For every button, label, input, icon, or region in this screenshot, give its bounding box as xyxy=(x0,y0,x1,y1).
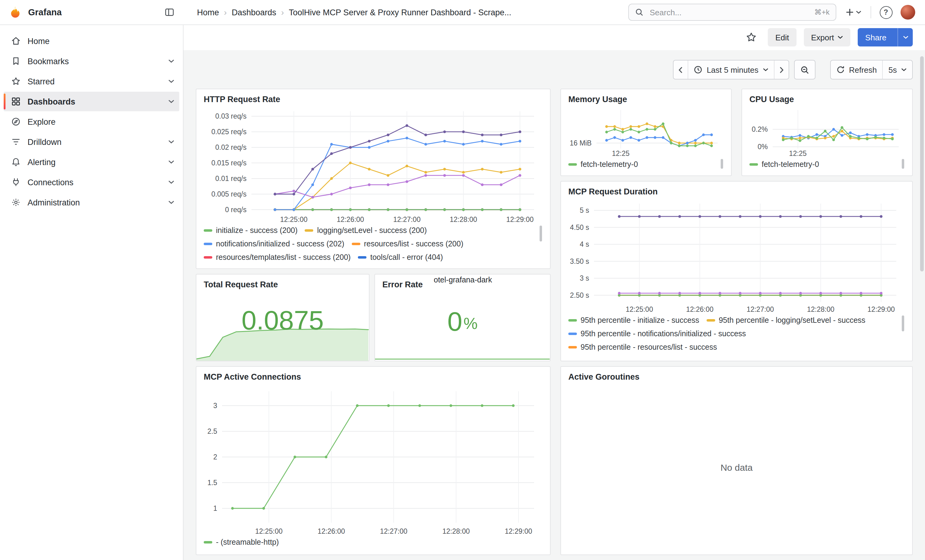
sidebar-item-administration[interactable]: Administration xyxy=(4,192,179,212)
chevron-down-icon[interactable] xyxy=(168,59,174,63)
sidebar-item-explore[interactable]: Explore xyxy=(4,112,179,131)
legend-item[interactable]: fetch-telemetry-0 xyxy=(749,158,819,171)
legend-item[interactable]: 95th percentile - initialize - success xyxy=(568,314,699,326)
legend-item[interactable]: 95th percentile - logging/setLevel - suc… xyxy=(707,314,865,326)
panel-error-rate: otel-grafana-dark Error Rate 0 % xyxy=(374,274,551,361)
page-scrollbar[interactable] xyxy=(920,56,924,272)
legend-item[interactable]: initialize - success (200) xyxy=(204,224,298,237)
sidebar-item-home[interactable]: Home xyxy=(4,31,179,51)
panel-title[interactable]: HTTP Request Rate xyxy=(204,93,542,107)
panel-title[interactable]: MCP Request Duration xyxy=(568,185,905,199)
panel-title[interactable]: MCP Active Connections xyxy=(204,371,542,384)
panel-title[interactable]: CPU Usage xyxy=(749,93,905,107)
plug-icon xyxy=(11,177,21,187)
star-icon xyxy=(11,77,21,86)
legend-series-label: logging/setLevel - success (200) xyxy=(317,226,427,235)
svg-text:12:27:00: 12:27:00 xyxy=(393,216,420,224)
legend-item[interactable]: tools/call - error (404) xyxy=(358,251,443,263)
breadcrumb-dashboards[interactable]: Dashboards xyxy=(232,8,276,17)
chevron-down-icon[interactable] xyxy=(168,180,174,184)
legend-series-color xyxy=(568,346,577,348)
refresh-button[interactable]: Refresh xyxy=(830,60,882,79)
nav-sidebar: Home Bookmarks Starred Dashboards Explor… xyxy=(0,24,184,560)
legend-scrollbar[interactable] xyxy=(539,225,542,242)
legend-item[interactable]: logging/setLevel - success (200) xyxy=(305,224,427,237)
sidebar-item-label: Home xyxy=(27,36,50,45)
legend-item[interactable]: resources/templates/list - success (200) xyxy=(204,251,351,263)
sidebar-item-starred[interactable]: Starred xyxy=(4,72,179,91)
breadcrumb-home[interactable]: Home xyxy=(197,8,219,17)
sidebar-item-label: Connections xyxy=(27,177,74,187)
svg-text:3: 3 xyxy=(213,402,217,410)
dashboards-icon xyxy=(11,97,21,107)
legend-item[interactable]: notifications/initialized - success (202… xyxy=(204,238,344,250)
edit-button[interactable]: Edit xyxy=(768,28,797,47)
panel-title[interactable]: Total Request Rate xyxy=(204,278,362,291)
sidebar-item-drilldown[interactable]: Drilldown xyxy=(4,132,179,152)
panel-mcp-active-connections: MCP Active Connections 11.522.5312:25:00… xyxy=(196,366,551,555)
legend-series-color xyxy=(568,163,577,166)
legend-scrollbar[interactable] xyxy=(902,315,904,331)
time-range-picker[interactable]: Last 5 minutes xyxy=(688,60,774,79)
http-request-rate-chart[interactable]: 0 req/s0.005 req/s0.01 req/s0.015 req/s0… xyxy=(204,107,542,224)
panel-title[interactable]: Active Goroutines xyxy=(568,371,905,384)
search-input[interactable] xyxy=(648,7,809,17)
panel-active-goroutines: Active Goroutines No data xyxy=(560,366,913,555)
chevron-down-icon[interactable] xyxy=(168,80,174,83)
memory-usage-chart[interactable]: 16 MiB12:25 xyxy=(568,107,724,158)
time-shift-back-button[interactable] xyxy=(673,60,688,79)
svg-text:2.50 s: 2.50 s xyxy=(570,291,589,299)
chevron-down-icon xyxy=(856,11,862,14)
refresh-interval-picker[interactable]: 5s xyxy=(883,60,912,79)
clock-icon xyxy=(694,65,702,74)
favorite-star-button[interactable] xyxy=(743,28,761,47)
help-button[interactable]: ? xyxy=(877,4,895,21)
sidebar-item-dashboards[interactable]: Dashboards xyxy=(4,92,179,111)
panel-http-request-rate: HTTP Request Rate 0 req/s0.005 req/s0.01… xyxy=(196,89,551,269)
chevron-down-icon[interactable] xyxy=(168,140,174,144)
time-shift-forward-button[interactable] xyxy=(774,60,788,79)
error-rate-sparkline xyxy=(375,353,550,361)
mcp-active-connections-chart[interactable]: 11.522.5312:25:0012:26:0012:27:0012:28:0… xyxy=(204,384,542,536)
brand-name: Grafana xyxy=(28,8,62,17)
legend-item[interactable]: 95th percentile - resources/templates/li… xyxy=(568,354,752,357)
grafana-logo-icon[interactable] xyxy=(9,6,22,19)
legend-item[interactable]: 95th percentile - resources/list - succe… xyxy=(568,341,717,353)
svg-text:2.5: 2.5 xyxy=(207,427,217,435)
share-button[interactable]: Share xyxy=(858,28,894,47)
legend-scrollbar[interactable] xyxy=(721,159,723,169)
time-range-label: Last 5 minutes xyxy=(707,65,758,74)
mcp-request-duration-chart[interactable]: 2.50 s3 s3.50 s4 s4.50 s5 s12:25:0012:26… xyxy=(568,199,905,314)
svg-text:3 s: 3 s xyxy=(580,274,589,282)
chevron-down-icon[interactable] xyxy=(168,201,174,204)
legend-item[interactable]: fetch-telemetry-0 xyxy=(568,158,638,171)
panel-title[interactable]: Memory Usage xyxy=(568,93,724,107)
chevron-down-icon[interactable] xyxy=(168,100,174,103)
user-avatar[interactable] xyxy=(901,5,915,20)
search-box[interactable]: ⌘+k xyxy=(628,4,836,21)
refresh-group: Refresh 5s xyxy=(830,60,913,80)
brand-area: Grafana xyxy=(0,4,184,20)
share-menu-button[interactable] xyxy=(898,28,913,47)
dock-sidebar-icon[interactable] xyxy=(161,4,178,20)
refresh-icon xyxy=(836,65,845,74)
chevron-down-icon xyxy=(838,36,843,39)
legend-item[interactable]: resources/list - success (200) xyxy=(352,238,463,250)
sidebar-item-bookmarks[interactable]: Bookmarks xyxy=(4,51,179,71)
legend-item[interactable]: - (streamable-http) xyxy=(204,536,279,548)
cpu-usage-chart[interactable]: 0.2%0%12:25 xyxy=(749,107,905,158)
export-button[interactable]: Export xyxy=(804,28,850,47)
refresh-interval-label: 5s xyxy=(889,65,897,74)
compass-icon xyxy=(11,117,21,126)
sidebar-item-alerting[interactable]: Alerting xyxy=(4,152,179,172)
legend-series-label: fetch-telemetry-0 xyxy=(581,160,638,169)
legend-scrollbar[interactable] xyxy=(902,159,904,169)
chevron-down-icon[interactable] xyxy=(168,160,174,164)
zoom-out-button[interactable] xyxy=(794,60,815,79)
zoom-out-group xyxy=(794,60,815,80)
new-menu-button[interactable] xyxy=(842,4,865,21)
share-split-button: Share xyxy=(858,28,913,47)
svg-text:0.005 req/s: 0.005 req/s xyxy=(211,190,247,198)
legend-item[interactable]: 95th percentile - notifications/initiali… xyxy=(568,328,746,340)
sidebar-item-connections[interactable]: Connections xyxy=(4,173,179,192)
